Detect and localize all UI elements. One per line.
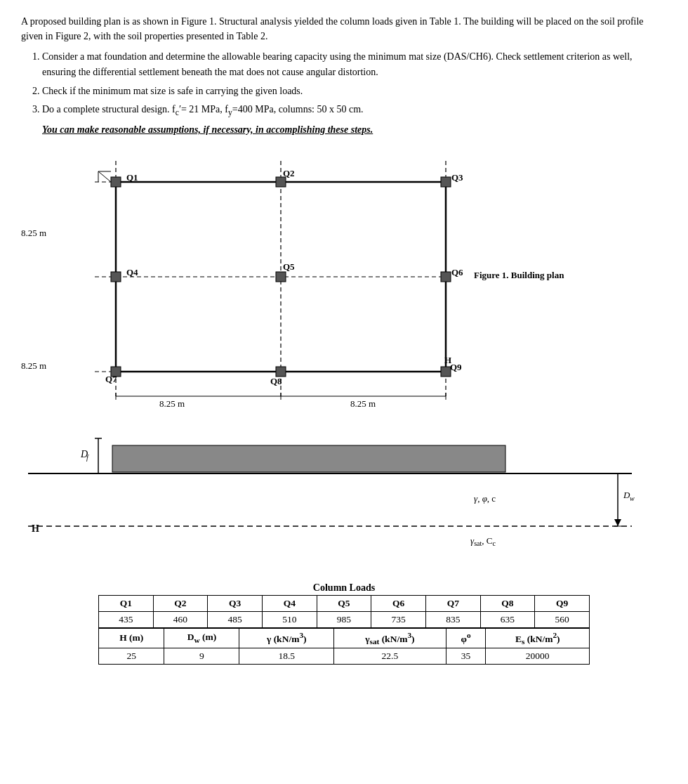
soil-properties-table: H (m) Dw (m) γ (kN/m3) γsat (kN/m3) φo E… bbox=[98, 628, 590, 665]
table1-title: Column Loads bbox=[21, 582, 667, 594]
val-es: 20000 bbox=[486, 648, 590, 664]
col-header-q5: Q5 bbox=[317, 595, 371, 611]
col-header-q1: Q1 bbox=[99, 595, 154, 611]
col-header-q6: Q6 bbox=[371, 595, 426, 611]
soil-header-phi: φo bbox=[446, 628, 486, 648]
col-header-q3: Q3 bbox=[208, 595, 263, 611]
val-q8: 635 bbox=[480, 611, 535, 627]
val-q7: 835 bbox=[425, 611, 480, 627]
col-loads-header-row: Q1 Q2 Q3 Q4 Q5 Q6 Q7 Q8 Q9 bbox=[99, 595, 590, 611]
soil-profile-svg: D f γ, φ, c γsat, Cc H D w bbox=[21, 421, 653, 568]
svg-line-33 bbox=[98, 171, 111, 182]
svg-rect-14 bbox=[276, 367, 286, 377]
svg-text:w: w bbox=[630, 495, 635, 502]
col-header-q4: Q4 bbox=[262, 595, 317, 611]
val-dw: 9 bbox=[164, 648, 239, 664]
val-gamma: 18.5 bbox=[239, 648, 334, 664]
svg-rect-12 bbox=[441, 272, 451, 282]
soil-header-es: Es (kN/m2) bbox=[486, 628, 590, 648]
svg-text:Q1: Q1 bbox=[126, 172, 138, 183]
figure1-area: 8.25 m 8.25 m bbox=[21, 147, 667, 414]
col-loads-values-row: 435 460 485 510 985 735 835 635 560 bbox=[99, 611, 590, 627]
soil-header-dw: Dw (m) bbox=[164, 628, 239, 648]
svg-text:Q7: Q7 bbox=[105, 374, 117, 384]
soil-header-h: H (m) bbox=[99, 628, 164, 648]
item-3: Do a complete structural design. fc′= 21… bbox=[42, 102, 667, 119]
note: You can make reasonable assumptions, if … bbox=[42, 124, 667, 136]
svg-text:8.25 m: 8.25 m bbox=[350, 398, 376, 409]
val-q4: 510 bbox=[262, 611, 317, 627]
svg-marker-49 bbox=[614, 519, 621, 526]
svg-rect-41 bbox=[112, 445, 505, 472]
svg-text:Q8: Q8 bbox=[270, 376, 282, 386]
col-header-q8: Q8 bbox=[480, 595, 535, 611]
soil-header-row: H (m) Dw (m) γ (kN/m3) γsat (kN/m3) φo E… bbox=[99, 628, 590, 648]
item-1: Consider a mat foundation and determine … bbox=[42, 49, 667, 81]
svg-text:γ, φ, c: γ, φ, c bbox=[474, 493, 496, 504]
svg-rect-8 bbox=[276, 177, 286, 187]
soil-header-ysat: γsat (kN/m3) bbox=[334, 628, 446, 648]
dim-top: 8.25 m bbox=[21, 228, 60, 239]
svg-rect-10 bbox=[111, 272, 121, 282]
val-q3: 485 bbox=[208, 611, 263, 627]
svg-text:Q6: Q6 bbox=[451, 267, 463, 277]
svg-text:8.25 m: 8.25 m bbox=[159, 398, 185, 409]
svg-text:Q2: Q2 bbox=[283, 168, 295, 178]
tables-area: Column Loads Q1 Q2 Q3 Q4 Q5 Q6 Q7 Q8 Q9 … bbox=[21, 582, 667, 665]
val-q2: 460 bbox=[153, 611, 208, 627]
col-header-q2: Q2 bbox=[153, 595, 208, 611]
building-plan: Q1 Q2 Q3 Q4 Q5 Q6 Q7 Q8 Q9 8.25 m bbox=[60, 147, 509, 414]
svg-rect-7 bbox=[111, 177, 121, 187]
soil-values-row: 25 9 18.5 22.5 35 20000 bbox=[99, 648, 590, 664]
figure1-dim-labels: 8.25 m 8.25 m bbox=[21, 147, 60, 414]
val-h: 25 bbox=[99, 648, 164, 664]
val-q5: 985 bbox=[317, 611, 371, 627]
soil-header-gamma: γ (kN/m3) bbox=[239, 628, 334, 648]
svg-text:Q5: Q5 bbox=[283, 261, 295, 272]
val-ysat: 22.5 bbox=[334, 648, 446, 664]
figure1-label: Figure 1. Building plan bbox=[474, 270, 564, 281]
item-2: Check if the minimum mat size is safe in… bbox=[42, 84, 667, 99]
svg-text:Q9: Q9 bbox=[450, 362, 462, 372]
svg-rect-9 bbox=[441, 177, 451, 187]
svg-text:γsat, Cc: γsat, Cc bbox=[470, 535, 496, 547]
val-q9: 560 bbox=[535, 611, 590, 627]
svg-text:Q3: Q3 bbox=[451, 172, 463, 183]
col-header-q7: Q7 bbox=[425, 595, 480, 611]
val-phi: 35 bbox=[446, 648, 486, 664]
figure2-area: D f γ, φ, c γsat, Cc H D w bbox=[21, 421, 653, 568]
svg-text:H: H bbox=[32, 523, 39, 534]
svg-rect-15 bbox=[441, 367, 451, 377]
svg-text:H: H bbox=[444, 355, 451, 365]
dim-bottom: 8.25 m bbox=[21, 360, 60, 372]
col-header-q9: Q9 bbox=[535, 595, 590, 611]
svg-text:f: f bbox=[86, 454, 89, 462]
svg-text:Q4: Q4 bbox=[126, 267, 138, 277]
intro-paragraph: A proposed building plan is as shown in … bbox=[21, 14, 667, 44]
val-q1: 435 bbox=[99, 611, 154, 627]
column-loads-table: Q1 Q2 Q3 Q4 Q5 Q6 Q7 Q8 Q9 435 460 485 5… bbox=[98, 595, 590, 628]
svg-rect-11 bbox=[276, 272, 286, 282]
building-plan-svg: Q1 Q2 Q3 Q4 Q5 Q6 Q7 Q8 Q9 8.25 m bbox=[60, 147, 509, 414]
val-q6: 735 bbox=[371, 611, 426, 627]
